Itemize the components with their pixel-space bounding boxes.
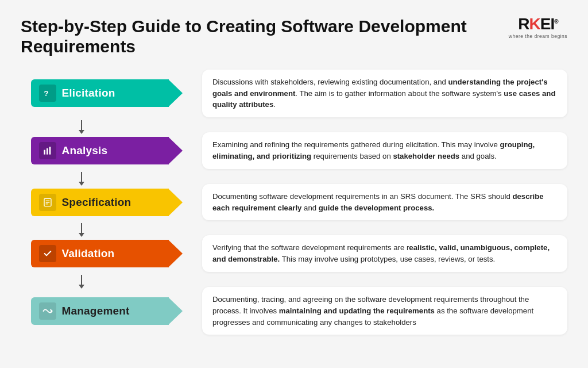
step-row-analysis: Analysis Examining and refining the requ… <box>21 132 567 169</box>
step-arrow-analysis: Analysis <box>31 137 183 164</box>
svg-rect-1 <box>44 150 45 155</box>
step-left-validation: Validation <box>21 240 193 267</box>
step-arrow-elicitation: ? Elicitation <box>31 79 183 107</box>
step-row-validation: Validation Verifying that the software d… <box>21 235 567 272</box>
step-left-analysis: Analysis <box>21 137 193 164</box>
connector-2 <box>21 221 567 235</box>
validation-icon <box>39 245 56 262</box>
management-label: Management <box>62 305 130 317</box>
step-desc-validation: Verifying that the software development … <box>202 235 567 272</box>
connector-1 <box>21 170 567 184</box>
connector-line-3 <box>81 275 82 285</box>
svg-text:?: ? <box>44 89 48 98</box>
elicitation-icon: ? <box>39 85 56 102</box>
step-row-elicitation: ? Elicitation Discussions with stakehold… <box>21 70 567 117</box>
page-title: Step-by-Step Guide to Creating Software … <box>21 16 469 57</box>
management-icon <box>39 302 56 320</box>
header: Step-by-Step Guide to Creating Software … <box>21 16 567 57</box>
elicitation-label: Elicitation <box>62 87 115 99</box>
step-desc-elicitation: Discussions with stakeholders, reviewing… <box>202 70 567 117</box>
step-desc-management: Documenting, tracing, and agreeing on th… <box>202 287 567 335</box>
logo: RKEI® where the dream begins <box>509 16 567 39</box>
svg-rect-3 <box>49 147 51 154</box>
specification-label: Specification <box>62 196 131 209</box>
step-arrow-management: Management <box>31 297 183 325</box>
specification-icon <box>39 194 56 211</box>
page: Step-by-Step Guide to Creating Software … <box>0 0 588 368</box>
analysis-label: Analysis <box>62 144 108 157</box>
steps-container: ? Elicitation Discussions with stakehold… <box>21 70 567 336</box>
step-desc-analysis: Examining and refining the requirements … <box>202 132 567 169</box>
logo-text: RKEI® <box>518 16 558 32</box>
logo-tagline: where the dream begins <box>509 33 567 39</box>
svg-rect-2 <box>47 148 48 155</box>
step-arrow-specification: Specification <box>31 189 183 216</box>
step-left-specification: Specification <box>21 189 193 216</box>
connector-3 <box>21 273 567 287</box>
step-row-management: Management Documenting, tracing, and agr… <box>21 287 567 335</box>
connector-line-1 <box>81 172 82 182</box>
analysis-icon <box>39 142 56 159</box>
step-left-management: Management <box>21 297 193 325</box>
validation-label: Validation <box>62 247 115 260</box>
connector-0 <box>21 118 567 132</box>
step-row-specification: Specification Documenting software devel… <box>21 184 567 221</box>
step-arrow-validation: Validation <box>31 240 183 267</box>
connector-line-0 <box>81 120 82 131</box>
step-desc-specification: Documenting software development require… <box>202 184 567 221</box>
step-left-elicitation: ? Elicitation <box>21 79 193 107</box>
connector-line-2 <box>81 223 82 233</box>
